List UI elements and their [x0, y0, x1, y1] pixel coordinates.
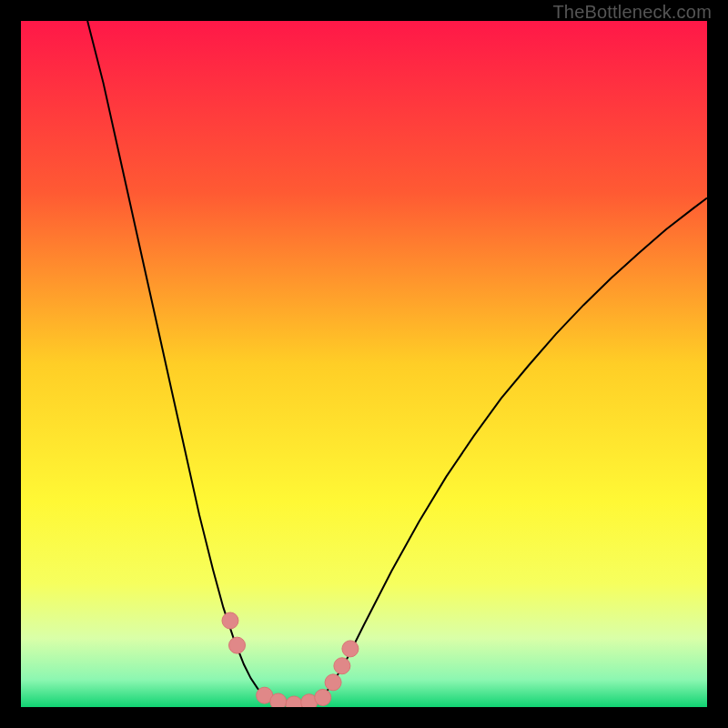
data-marker [325, 674, 341, 691]
data-marker [334, 658, 350, 674]
gradient-background [21, 21, 707, 707]
data-marker [222, 612, 238, 629]
plot-area [21, 21, 707, 707]
data-marker [315, 689, 331, 705]
data-marker [229, 637, 246, 653]
chart-frame: TheBottleneck.com [0, 0, 728, 728]
data-marker [270, 693, 287, 707]
chart-svg [21, 21, 707, 707]
watermark-text: TheBottleneck.com [552, 2, 712, 23]
data-marker [342, 641, 359, 657]
